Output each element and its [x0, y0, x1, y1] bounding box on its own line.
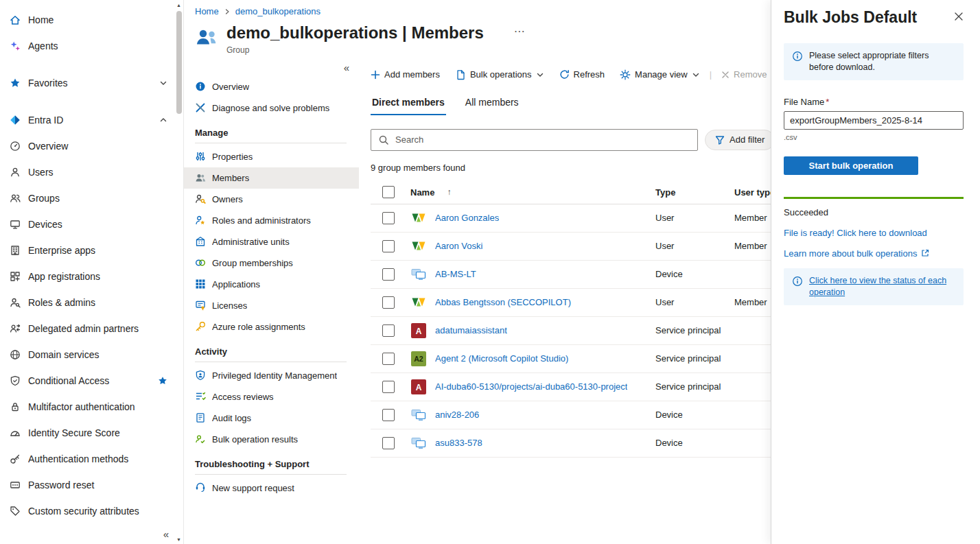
plus-icon: [371, 70, 380, 80]
member-name-link[interactable]: AI-duba60-5130/projects/ai-duba60-5130-p…: [435, 381, 627, 392]
member-name-link[interactable]: Aaron Gonzales: [435, 213, 499, 223]
subnav-item-licenses[interactable]: Licenses: [184, 295, 359, 316]
search-box[interactable]: [371, 129, 698, 151]
sidebar-item-custom-security-attributes[interactable]: Custom security attributes: [0, 498, 174, 524]
add-filter-button[interactable]: Add filter: [705, 130, 775, 150]
sidebar-item-favorites[interactable]: Favorites: [0, 70, 174, 96]
member-name-link[interactable]: adatumaiassistant: [435, 325, 507, 335]
scrollbar-thumb[interactable]: [176, 11, 182, 114]
tab-all-members[interactable]: All members: [464, 93, 520, 115]
select-all-checkbox[interactable]: [382, 186, 395, 198]
sidebar-item-label: Enterprise apps: [28, 245, 167, 256]
subnav-item-bulk-operation-results[interactable]: Bulk operation results: [184, 429, 359, 450]
more-options-button[interactable]: ⋯: [514, 25, 526, 38]
subnav-item-privileged-identity-management[interactable]: Privileged Identity Management: [184, 365, 359, 386]
file-extension: .csv: [784, 133, 964, 141]
sidebar-item-enterprise-apps[interactable]: Enterprise apps: [0, 237, 174, 263]
subnav-item-group-memberships[interactable]: Group memberships: [184, 252, 359, 274]
bulk-operations-button[interactable]: Bulk operations: [455, 69, 544, 80]
subnav-collapse-button[interactable]: «: [184, 62, 359, 76]
refresh-button[interactable]: Refresh: [559, 69, 605, 80]
member-name-link[interactable]: Agent 2 (Microsoft Copilot Studio): [435, 353, 568, 364]
agents-icon: [10, 40, 21, 51]
member-name-link[interactable]: Aaron Voski: [435, 241, 482, 251]
search-input[interactable]: [395, 134, 690, 145]
star-icon: [10, 78, 21, 88]
user-type-column-header[interactable]: User type: [734, 187, 771, 198]
sidebar-item-delegated-admin-partners[interactable]: Delegated admin partners: [0, 316, 174, 342]
type-column-header[interactable]: Type: [655, 187, 734, 198]
row-checkbox[interactable]: [382, 324, 395, 337]
operation-status-link[interactable]: Click here to view the status of each op…: [809, 275, 955, 298]
sidebar-item-agents[interactable]: Agents: [0, 33, 174, 59]
member-name-link[interactable]: asu833-578: [435, 438, 482, 448]
file-name-input[interactable]: [784, 111, 964, 130]
sidebar-item-app-registrations[interactable]: App registrations: [0, 263, 174, 289]
remove-button[interactable]: Remove: [721, 69, 767, 80]
sidebar-item-domain-services[interactable]: Domain services: [0, 342, 174, 368]
password-reset-icon: [10, 480, 21, 490]
subnav-item-overview[interactable]: Overview: [184, 76, 359, 97]
row-checkbox[interactable]: [382, 212, 395, 224]
member-user-type: Member: [734, 213, 771, 223]
subnav-item-administrative-units[interactable]: Administrative units: [184, 231, 359, 252]
subnav-item-properties[interactable]: Properties: [184, 146, 359, 167]
refresh-icon: [559, 69, 570, 80]
sidebar-item-entra-id[interactable]: Entra ID: [0, 107, 174, 133]
breadcrumb-group-link[interactable]: demo_bulkoperations: [235, 6, 320, 16]
scroll-down-icon[interactable]: ▼: [176, 536, 181, 543]
subnav-item-applications[interactable]: Applications: [184, 274, 359, 295]
row-checkbox[interactable]: [382, 268, 395, 281]
row-checkbox[interactable]: [382, 381, 395, 393]
mfa-icon: [10, 401, 21, 412]
sidebar-item-home[interactable]: Home: [0, 7, 174, 33]
device-icon: [410, 409, 427, 421]
row-checkbox[interactable]: [382, 437, 395, 449]
subnav-item-roles-and-administrators[interactable]: Roles and administrators: [184, 210, 359, 231]
subnav-item-access-reviews[interactable]: Access reviews: [184, 386, 359, 407]
scroll-up-icon[interactable]: ▲: [176, 2, 181, 8]
panel-header: Bulk Jobs Default: [784, 8, 964, 27]
tab-direct-members[interactable]: Direct members: [371, 93, 446, 115]
name-column-header[interactable]: Name: [410, 187, 434, 198]
row-checkbox[interactable]: [382, 296, 395, 309]
download-link[interactable]: File is ready! Click here to download: [784, 228, 927, 238]
sidebar-item-groups[interactable]: Groups: [0, 185, 174, 211]
row-checkbox[interactable]: [382, 409, 395, 421]
add-filter-label: Add filter: [730, 134, 765, 145]
sidebar-item-authentication-methods[interactable]: Authentication methods: [0, 446, 174, 472]
sidebar-item-devices[interactable]: Devices: [0, 211, 174, 237]
sidebar-scrollbar[interactable]: ▲ ▼: [174, 0, 184, 544]
sidebar-item-identity-secure-score[interactable]: Identity Secure Score: [0, 420, 174, 446]
sp-a-red-icon: A: [410, 323, 427, 338]
sidebar-collapse-button[interactable]: «: [163, 528, 169, 540]
subnav-item-azure-role-assignments[interactable]: Azure role assignments: [184, 316, 359, 338]
panel-title: Bulk Jobs Default: [784, 8, 917, 27]
learn-more-link[interactable]: Learn more about bulk operations: [784, 248, 929, 259]
sidebar-item-overview[interactable]: Overview: [0, 133, 174, 159]
subnav-item-audit-logs[interactable]: Audit logs: [184, 407, 359, 429]
member-name-link[interactable]: Abbas Bengtsson (SECCOPILOT): [435, 297, 571, 307]
manage-view-button[interactable]: Manage view: [620, 69, 700, 80]
member-name-link[interactable]: AB-MS-LT: [435, 269, 476, 279]
subnav-item-members[interactable]: Members: [184, 167, 359, 189]
sidebar-item-users[interactable]: Users: [0, 159, 174, 185]
breadcrumb-home-link[interactable]: Home: [195, 6, 219, 16]
sidebar-item-multifactor-authentication[interactable]: Multifactor authentication: [0, 394, 174, 420]
table-header-row: Name ↑ Type User type: [371, 181, 775, 204]
close-icon[interactable]: [954, 12, 964, 21]
sidebar-item-conditional-access[interactable]: Conditional Access: [0, 368, 174, 394]
start-bulk-operation-button[interactable]: Start bulk operation: [784, 156, 918, 175]
sidebar-item-roles-admins[interactable]: Roles & admins: [0, 289, 174, 316]
licenses-icon: [195, 300, 206, 311]
member-name-link[interactable]: aniv28-206: [435, 410, 479, 420]
add-members-button[interactable]: Add members: [371, 69, 440, 80]
subnav-item-new-support-request[interactable]: New support request: [184, 477, 359, 499]
subnav-item-diagnose-and-solve-problems[interactable]: Diagnose and solve problems: [184, 97, 359, 119]
row-checkbox[interactable]: [382, 240, 395, 252]
row-checkbox[interactable]: [382, 353, 395, 365]
subnav-item-owners[interactable]: Owners: [184, 189, 359, 210]
diagnose-icon: [195, 102, 206, 113]
toolbar-divider: |: [710, 69, 712, 80]
sidebar-item-password-reset[interactable]: Password reset: [0, 472, 174, 498]
